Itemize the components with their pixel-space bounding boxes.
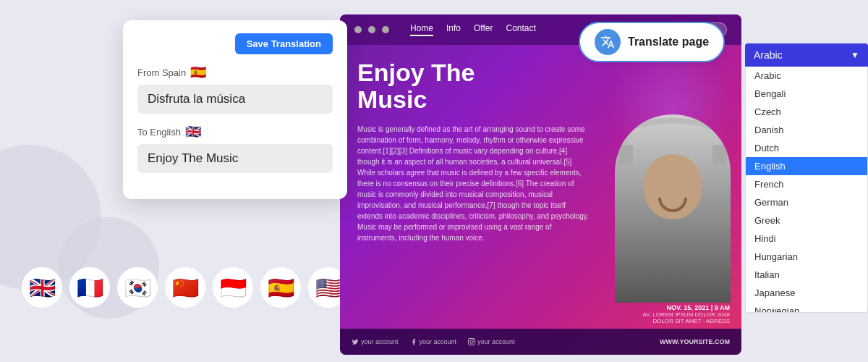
- china-flag-icon[interactable]: 🇨🇳: [165, 267, 205, 308]
- language-dropdown-header[interactable]: Arabic ▼: [745, 43, 868, 67]
- language-option[interactable]: Dutch: [746, 139, 867, 157]
- hero-body: Music is generally defined as the art of…: [357, 124, 589, 243]
- hero-image: [597, 38, 741, 329]
- nav-dot-3: [382, 26, 389, 33]
- footer-link-twitter[interactable]: your account: [352, 338, 399, 345]
- save-translation-button[interactable]: Save Translation: [235, 33, 333, 54]
- instagram-link-label: your account: [477, 338, 515, 345]
- from-language-label: From Spain 🇪🇸: [137, 64, 333, 80]
- address-line2: DOLOR SIT AMET - ADRESS: [643, 318, 731, 324]
- headphone-right-ear: [712, 145, 727, 165]
- language-option[interactable]: English: [746, 157, 867, 175]
- language-dropdown-list[interactable]: ArabicBengaliCzechDanishDutchEnglishFren…: [745, 67, 868, 313]
- language-option[interactable]: Bengali: [746, 85, 867, 103]
- france-flag-icon[interactable]: 🇫🇷: [69, 267, 110, 308]
- website-preview: Home Info Offer Contact Search Enjoy The…: [340, 14, 741, 355]
- headphone-arc: [622, 118, 723, 154]
- uk-flag-small: 🇬🇧: [185, 124, 201, 140]
- language-option[interactable]: Norwegian: [746, 302, 867, 313]
- footer-link-facebook[interactable]: your account: [410, 338, 457, 345]
- nav-home[interactable]: Home: [410, 23, 433, 36]
- footer-brand: WWW.YOURSITE.COM: [660, 338, 730, 345]
- nav-dot-2: [368, 26, 375, 33]
- selected-language: Arabic: [754, 49, 783, 61]
- translation-panel: Save Translation From Spain 🇪🇸 To Englis…: [123, 20, 347, 199]
- language-option[interactable]: Hungarian: [746, 248, 867, 266]
- spain-flag-small: 🇪🇸: [190, 64, 206, 80]
- person-silhouette: [615, 114, 731, 303]
- nav-offer[interactable]: Offer: [474, 23, 493, 36]
- facebook-link-label: your account: [420, 338, 457, 345]
- language-dropdown-container: Arabic ▼ ArabicBengaliCzechDanishDutchEn…: [745, 43, 868, 313]
- to-translation-input[interactable]: [137, 144, 333, 173]
- nav-info[interactable]: Info: [446, 23, 461, 36]
- korea-flag-icon[interactable]: 🇰🇷: [117, 267, 158, 308]
- translate-page-button[interactable]: Translate page: [579, 22, 725, 62]
- uk-flag-icon[interactable]: 🇬🇧: [22, 267, 62, 308]
- flags-row: 🇬🇧 🇫🇷 🇰🇷 🇨🇳 🇮🇩 🇪🇸 🇺🇸: [22, 267, 349, 308]
- language-option[interactable]: Italian: [746, 266, 867, 284]
- dropdown-arrow-icon: ▼: [851, 50, 859, 60]
- hero-content: Enjoy TheMusic Music is generally define…: [340, 45, 741, 329]
- footer-link-instagram[interactable]: your account: [468, 338, 515, 345]
- nav-contact[interactable]: Contact: [506, 23, 536, 36]
- spain-flag-icon[interactable]: 🇪🇸: [260, 267, 301, 308]
- language-option[interactable]: French: [746, 175, 867, 193]
- nav-dot-1: [354, 26, 362, 33]
- language-option[interactable]: Danish: [746, 121, 867, 139]
- language-option[interactable]: Czech: [746, 103, 867, 121]
- to-language-label: To English 🇬🇧: [137, 124, 333, 140]
- headphone-left-ear: [618, 145, 633, 165]
- language-option[interactable]: Japanese: [746, 284, 867, 302]
- panel-header: Save Translation: [137, 33, 333, 54]
- nav-links: Home Info Offer Contact: [410, 23, 536, 36]
- site-footer: your account your account your account W…: [340, 329, 741, 355]
- language-option[interactable]: Arabic: [746, 67, 867, 85]
- address-line1: AV. LOREM IPSUM DOLOR 2048: [643, 311, 731, 318]
- date-info: NOV. 15, 2021 | 9 AM AV. LOREM IPSUM DOL…: [643, 304, 731, 324]
- twitter-link-label: your account: [361, 338, 399, 345]
- language-option[interactable]: German: [746, 193, 867, 211]
- from-translation-input[interactable]: [137, 85, 333, 114]
- indonesia-flag-icon[interactable]: 🇮🇩: [213, 267, 253, 308]
- date-main: NOV. 15, 2021 | 9 AM: [643, 304, 731, 311]
- language-option[interactable]: Hindi: [746, 230, 867, 248]
- translate-page-label: Translate page: [628, 35, 709, 49]
- translate-icon: [595, 29, 621, 55]
- language-option[interactable]: Greek: [746, 211, 867, 230]
